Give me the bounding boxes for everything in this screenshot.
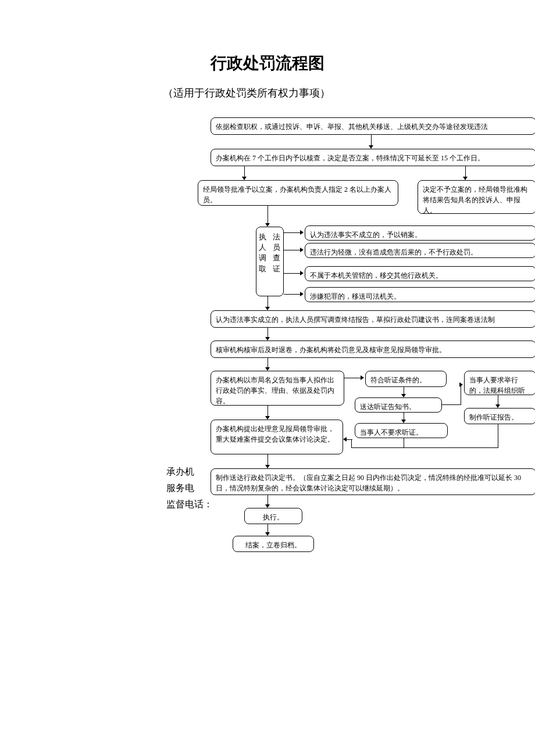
footer-agency: 承办机 [166, 466, 194, 478]
box-hearing-req: 当事人要求举行的，法规科组织听 [464, 371, 535, 395]
box-minor: 违法行为轻微，没有造成危害后果的，不予行政处罚。 [305, 243, 535, 258]
box-reject-case: 决定不予立案的，经局领导批准构将结果告知具名的投诉人、申报人。 [418, 180, 535, 214]
box-discover: 依据检查职权，或通过投诉、申诉、举报、其他机关移送、上级机关交办等途径发现违法 [211, 117, 535, 135]
box-review: 办案机构在 7 个工作日内予以核查，决定是否立案，特殊情况下可延长至 15 个工… [211, 149, 535, 166]
box-cancel: 认为违法事实不成立的，予以销案。 [305, 225, 535, 241]
footer-supervise-phone: 监督电话： [166, 499, 213, 511]
flowchart-diagram: 依据检查职权，或通过投诉、申诉、举报、其他机关移送、上级机关交办等途径发现违法 … [0, 117, 535, 640]
box-decision: 办案机构提出处理意见报局领导审批，重大疑难案件提交会议集体讨论决定。 [211, 420, 343, 454]
box-no-hearing: 当事人不要求听证。 [355, 423, 448, 438]
box-execute: 执行。 [244, 508, 302, 524]
box-close: 结案，立卷归档。 [233, 536, 314, 552]
box-notify: 办案机构以市局名义告知当事人拟作出行政处罚的事实、理由、依据及处罚内容。 [211, 371, 344, 406]
box-hearing-notice: 送达听证告知书。 [355, 397, 442, 413]
box-audit: 核审机构核审后及时退卷，办案机构将处罚意见及核审意见报局领导审批。 [211, 341, 535, 358]
box-transfer: 不属于本机关管辖的，移交其他行政机关。 [305, 266, 535, 281]
box-investigate: 执 法 人 员 调 查 取 证 [256, 227, 284, 296]
page-title: 行政处罚流程图 [0, 52, 535, 74]
box-hearing-report: 制作听证报告。 [464, 408, 535, 424]
box-file-case: 经局领导批准予以立案，办案机构负责人指定 2 名以上办案人员。 [198, 180, 398, 206]
box-established: 认为违法事实成立的，执法人员撰写调查终结报告，草拟行政处罚建议书，连同案卷送法制 [211, 310, 535, 328]
page-subtitle: （适用于行政处罚类所有权力事项） [163, 86, 535, 100]
box-crime: 涉嫌犯罪的，移送司法机关。 [305, 287, 535, 302]
box-hearing-cond: 符合听证条件的。 [365, 371, 447, 387]
box-penalty-decision: 制作送达行政处罚决定书。（应自立案之日起 90 日内作出处罚决定，情况特殊的经批… [211, 468, 535, 495]
footer-service-phone: 服务电 [166, 482, 194, 495]
